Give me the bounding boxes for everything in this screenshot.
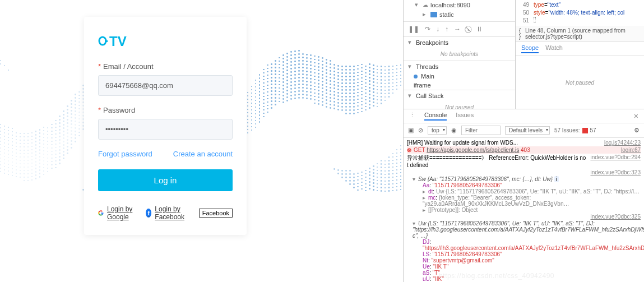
close-drawer-button[interactable]: ×	[634, 112, 638, 121]
password-input[interactable]	[98, 119, 233, 140]
deactivate-breakpoints-button[interactable]: ⬩⃠	[466, 25, 470, 33]
forgot-password-link[interactable]: Forgot password	[98, 150, 152, 158]
source-folder[interactable]: ▸ static	[404, 10, 515, 19]
folder-icon	[430, 12, 437, 17]
eye-icon[interactable]: ◉	[451, 127, 457, 134]
chevron-down-icon: ▾	[415, 1, 420, 8]
login-card: TV *Email / Account *Password Forgot pas…	[84, 17, 247, 235]
log-level-selector[interactable]: Default levels	[505, 126, 550, 135]
cloud-icon: ☁	[423, 2, 428, 8]
callstack-header[interactable]: ▾Call Stack	[404, 90, 515, 101]
watermark: https://blog.csdn.net/css_40942490	[439, 272, 554, 280]
scope-not-paused: Not paused	[516, 56, 644, 109]
callstack-not-paused: Not paused	[404, 101, 515, 109]
debugger-toolbar: ❚❚ ↷ ↓ ↑ → ⬩⃠ ⏸	[404, 21, 515, 37]
thread-main[interactable]: Main	[404, 72, 515, 81]
drawer-handle-icon[interactable]: ⋮	[409, 112, 415, 121]
breakpoints-header[interactable]: ▾Breakpoints	[404, 37, 515, 48]
email-label: *Email / Account	[98, 62, 233, 71]
source-code-view[interactable]: 49type="text" 50style="width: 48%; text-…	[516, 0, 644, 26]
google-login-button[interactable]: Login by Google	[98, 205, 137, 221]
facebook-box-button[interactable]: Facebook	[199, 209, 233, 218]
info-icon[interactable]: i	[554, 176, 559, 182]
step-out-button[interactable]: ↑	[445, 25, 448, 33]
svg-text:TV: TV	[109, 34, 127, 48]
error-icon: ⊗	[407, 147, 411, 153]
source-host[interactable]: ▾ ☁ localhost:8090	[404, 0, 515, 10]
issues-tab[interactable]: Issues	[456, 112, 474, 121]
devtools-panel: ▾ ☁ localhost:8090 ▸ static ❚❚ ↷ ↓ ↑ → ⬩…	[403, 0, 644, 282]
drawer-tabs: ⋮ Console Issues ×	[404, 109, 644, 123]
console-filter-input[interactable]	[461, 126, 501, 135]
logo-icon: TV	[98, 34, 137, 48]
create-account-link[interactable]: Create an account	[173, 150, 233, 158]
step-over-button[interactable]: ↷	[425, 25, 430, 33]
clear-console-button[interactable]: ⊘	[418, 127, 423, 134]
pause-button[interactable]: ❚❚	[408, 25, 419, 33]
no-breakpoints-text: No breakpoints	[404, 48, 515, 61]
facebook-icon: f	[146, 209, 151, 218]
logo: TV	[98, 34, 233, 48]
google-icon	[98, 209, 104, 218]
login-button[interactable]: Log in	[98, 169, 233, 191]
email-input[interactable]	[98, 75, 233, 96]
console-sidebar-button[interactable]: ▣	[408, 127, 414, 134]
facebook-login-button[interactable]: f Login by Facebook	[146, 205, 190, 221]
scope-tab[interactable]: Scope	[521, 44, 539, 53]
step-button[interactable]: →	[454, 25, 461, 33]
thread-iframe[interactable]: iframe	[404, 81, 515, 90]
watch-tab[interactable]: Watch	[545, 44, 563, 53]
password-label: *Password	[98, 106, 233, 114]
pause-on-exceptions-button[interactable]: ⏸	[476, 25, 483, 33]
console-tab[interactable]: Console	[424, 112, 447, 121]
threads-header[interactable]: ▾Threads	[404, 61, 515, 72]
console-settings-button[interactable]: ⚙	[634, 127, 640, 134]
source-map-info: { }Line 48, Column 1 (source mapped from…	[516, 26, 644, 42]
context-selector[interactable]: top	[428, 126, 447, 135]
chevron-right-icon: ▸	[423, 11, 428, 18]
console-output[interactable]: [HMR] Waiting for update signal from WDS…	[404, 138, 644, 282]
issues-count[interactable]: 57 Issues: 57	[554, 127, 596, 133]
step-into-button[interactable]: ↓	[436, 25, 439, 33]
svg-rect-1	[105, 40, 108, 42]
